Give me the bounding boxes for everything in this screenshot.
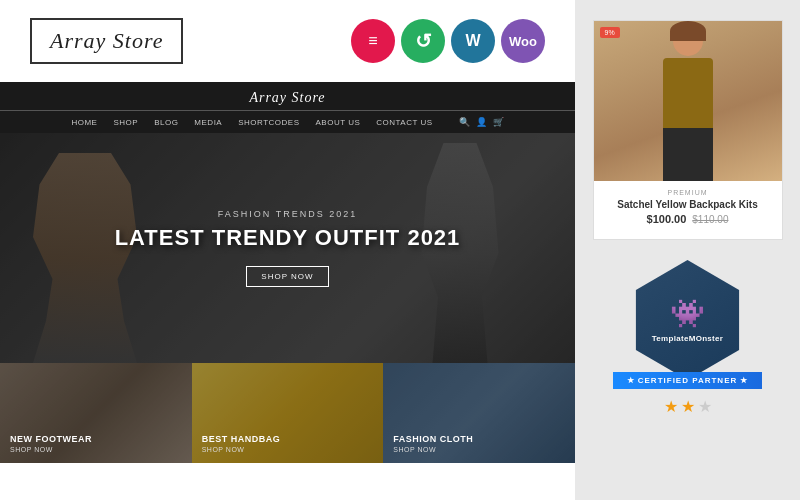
woo-label: Woo [509,34,537,49]
main-content-panel: Array Store ≡ ↺ W Woo Array Store HOME S… [0,0,575,500]
cat-handbag-sublabel: SHOP NOW [202,446,281,453]
hero-title: LATEST TRENDY OUTFIT 2021 [115,225,461,251]
tm-main-text: TemplateMOnster [652,334,723,343]
cart-icon[interactable]: 🛒 [493,117,504,127]
woman-body [663,58,713,128]
tm-star-1: ★ [664,397,678,416]
hero-subtitle: Fashion Trends 2021 [115,209,461,219]
nav-contact[interactable]: CONTACT US [376,118,432,127]
category-fashion[interactable]: FASHION CLOTH SHOP NOW [383,363,575,463]
tm-monster-icon: 👾 [670,297,705,330]
elementor-icon: ≡ [351,19,395,63]
woman-hair [670,21,706,41]
price-old: $110.00 [692,214,728,225]
nav-home[interactable]: HOME [71,118,97,127]
nav-store-name: Array Store [0,82,575,111]
woo-icon: Woo [501,19,545,63]
tm-stars: ★ ★ ★ [664,397,712,416]
price-current: $100.00 [647,213,687,225]
hero-section: Fashion Trends 2021 LATEST TRENDY OUTFIT… [0,133,575,363]
cat-fashion-sublabel: SHOP NOW [393,446,473,453]
cat-footwear-sublabel: SHOP NOW [10,446,92,453]
top-header: Array Store ≡ ↺ W Woo [0,0,575,82]
woman-legs [663,128,713,181]
tm-certified-text: ★ CERTIFIED PARTNER ★ [627,376,749,385]
tm-certified-bar: ★ CERTIFIED PARTNER ★ [613,372,763,389]
product-info: PREMIUM Satchel Yellow Backpack Kits $10… [594,181,782,229]
nav-media[interactable]: MEDIA [194,118,222,127]
category-section: NEW FOOTWEAR SHOP NOW BEST HANDBAG SHOP … [0,363,575,463]
search-icon[interactable]: 🔍 [459,117,470,127]
tm-hexagon: 👾 TemplateMOnster [628,260,748,380]
nav-about[interactable]: ABOUT US [316,118,361,127]
shop-now-button[interactable]: SHOP NOW [246,266,328,287]
account-icon[interactable]: 👤 [476,117,487,127]
woman-head [673,26,703,56]
nav-blog[interactable]: BLOG [154,118,178,127]
cat-footwear-text: NEW FOOTWEAR SHOP NOW [10,434,92,453]
category-footwear[interactable]: NEW FOOTWEAR SHOP NOW [0,363,192,463]
nav-links: HOME SHOP BLOG MEDIA SHORTCODES ABOUT US… [0,111,575,133]
product-name: Satchel Yellow Backpack Kits [604,199,772,210]
nav-store-label: Array Store [249,90,325,105]
product-image [594,21,782,181]
product-card: 9% PREMIUM Satchel Yellow Backpack Kits … [593,20,783,240]
nav-shortcodes[interactable]: SHORTCODES [238,118,299,127]
tech-icons-group: ≡ ↺ W Woo [351,19,545,63]
tm-star-2: ★ [681,397,695,416]
product-prices: $100.00 $110.00 [604,213,772,225]
cat-fashion-label: FASHION CLOTH [393,434,473,444]
hero-text: Fashion Trends 2021 LATEST TRENDY OUTFIT… [115,209,461,287]
cat-handbag-label: BEST HANDBAG [202,434,281,444]
nav-shop[interactable]: SHOP [113,118,138,127]
cat-fashion-text: FASHION CLOTH SHOP NOW [393,434,473,453]
category-handbag[interactable]: BEST HANDBAG SHOP NOW [192,363,384,463]
logo-text: Array Store [50,28,163,53]
product-badge: 9% [600,27,620,38]
right-panel: 9% PREMIUM Satchel Yellow Backpack Kits … [575,0,800,500]
nav-bar: Array Store HOME SHOP BLOG MEDIA SHORTCO… [0,82,575,133]
cat-handbag-text: BEST HANDBAG SHOP NOW [202,434,281,453]
cat-footwear-label: NEW FOOTWEAR [10,434,92,444]
nav-action-icons: 🔍 👤 🛒 [459,117,504,127]
woman-figure [643,26,733,181]
tm-star-3: ★ [698,397,712,416]
product-type: PREMIUM [604,189,772,196]
rotate-icon: ↺ [401,19,445,63]
template-monster-badge: 👾 TemplateMOnster ★ CERTIFIED PARTNER ★ … [613,260,763,416]
store-logo: Array Store [30,18,183,64]
wordpress-icon: W [451,19,495,63]
